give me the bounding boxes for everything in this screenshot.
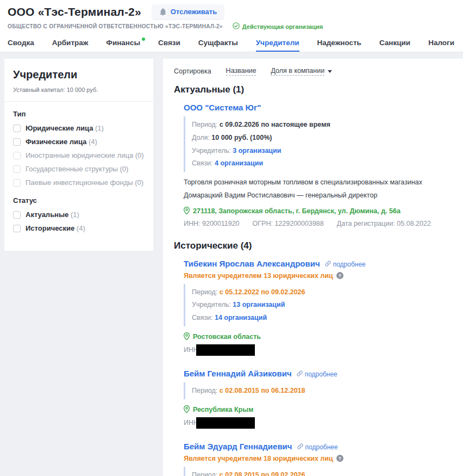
company-reg-date: Дата регистрации: 05.08.2022 bbox=[337, 220, 431, 227]
period-label: Период: bbox=[192, 121, 217, 128]
filter-label: Иностранные юридические лица bbox=[26, 151, 133, 159]
founder-name-link[interactable]: Бейм Эдуард Геннадиевич bbox=[184, 442, 292, 451]
status-badge-label: Действующая организация bbox=[242, 23, 323, 30]
filter-government-structures: Государственные структуры (0) bbox=[13, 165, 145, 173]
founder-of-link[interactable]: 13 организаций bbox=[233, 301, 285, 308]
tab-nalogi[interactable]: Налоги bbox=[428, 35, 454, 52]
founder-name-link[interactable]: Тибекин Ярослав Александрович bbox=[184, 259, 320, 268]
page-title: ООО «Тэс-Терминал-2» bbox=[8, 5, 141, 18]
founder-entry-historical-2: Бейм Геннадий Айзикович подробнее Период… bbox=[184, 369, 452, 429]
tab-uchrediteli[interactable]: Учредители bbox=[256, 35, 299, 52]
tab-finansy[interactable]: Финансы bbox=[106, 35, 140, 52]
company-address-text[interactable]: 271118, Запорожская область, г. Бердянск… bbox=[193, 207, 401, 215]
link-icon bbox=[297, 443, 303, 451]
sort-by-share-label: Доля в компании bbox=[271, 67, 324, 76]
company-inn: ИНН: 9200011920 bbox=[184, 220, 240, 227]
checkbox-icon[interactable] bbox=[13, 125, 21, 132]
founder-note-text: Является учредителем 18 юридических лиц bbox=[184, 455, 333, 462]
check-circle-icon bbox=[233, 22, 240, 30]
details-link[interactable]: подробнее bbox=[297, 370, 337, 378]
details-link[interactable]: подробнее bbox=[297, 443, 338, 451]
link-icon bbox=[325, 261, 331, 268]
period-block: Период: с 05.12.2022 по 09.02.2026 Учред… bbox=[184, 284, 452, 326]
new-indicator-dot bbox=[142, 38, 145, 41]
filter-count: (0) bbox=[135, 151, 144, 159]
filter-investment-funds: Паевые инвестиционные фонды (0) bbox=[13, 178, 145, 187]
details-link-label: подробнее bbox=[333, 261, 366, 268]
tab-suschfakty[interactable]: Сущфакты bbox=[198, 35, 238, 52]
company-director: Домарацкий Вадим Ростиславович — генерал… bbox=[184, 190, 452, 201]
connections-label: Связи: bbox=[192, 159, 212, 167]
founder-inn: ИНН bbox=[184, 417, 452, 429]
info-icon[interactable]: ? bbox=[336, 455, 343, 462]
connections-link[interactable]: 14 организаций bbox=[215, 314, 267, 322]
checkbox-icon[interactable] bbox=[13, 211, 21, 219]
sort-bar: Сортировка Название Доля в компании bbox=[174, 67, 452, 76]
filter-group-type-title: Тип bbox=[13, 110, 145, 118]
period-label: Период: bbox=[192, 288, 217, 296]
details-link[interactable]: подробнее bbox=[325, 261, 366, 268]
period-label: Период: bbox=[192, 387, 217, 394]
company-activity: Торговля розничная моторным топливом в с… bbox=[184, 177, 452, 188]
checkbox-icon bbox=[13, 165, 21, 173]
filters-sidebar: Учредители Уставный капитал: 10 000 руб.… bbox=[4, 59, 153, 251]
founder-name-link[interactable]: ООО "Система Юг" bbox=[184, 103, 261, 112]
filter-group-type: Тип Юридические лица (1) Физические лица… bbox=[13, 110, 145, 187]
founder-entry-actual: ООО "Система Юг" Период: с 09.02.2026 по… bbox=[184, 103, 452, 227]
tab-finansy-label: Финансы bbox=[106, 39, 140, 47]
period-value: с 09.02.2026 по настоящее время bbox=[220, 121, 330, 128]
filter-actual[interactable]: Актуальные (1) bbox=[13, 211, 145, 219]
location-pin-icon bbox=[184, 207, 190, 216]
founder-region: Ростовская область bbox=[184, 332, 452, 342]
tab-svodka[interactable]: Сводка bbox=[8, 35, 34, 52]
tab-svyazi[interactable]: Связи bbox=[158, 35, 180, 52]
sort-by-name[interactable]: Название bbox=[226, 67, 256, 76]
checkbox-icon[interactable] bbox=[13, 225, 21, 232]
company-ogrn: ОГРН: 1229200003988 bbox=[253, 220, 324, 227]
filter-historical[interactable]: Исторические (4) bbox=[13, 224, 145, 232]
founder-name-link[interactable]: Бейм Геннадий Айзикович bbox=[184, 369, 292, 378]
filter-foreign-legal-entities: Иностранные юридические лица (0) bbox=[13, 151, 145, 159]
founder-region: Республика Крым bbox=[184, 405, 452, 415]
filter-individuals[interactable]: Физические лица (4) bbox=[13, 138, 145, 146]
filter-count: (4) bbox=[77, 224, 85, 232]
sort-by-share[interactable]: Доля в компании bbox=[271, 67, 332, 76]
period-label: Период: bbox=[192, 471, 217, 476]
link-icon bbox=[297, 370, 303, 378]
company-address: 271118, Запорожская область, г. Бердянск… bbox=[184, 207, 452, 216]
connections-link[interactable]: 4 организации bbox=[215, 159, 263, 167]
tab-nadezhnost[interactable]: Надежность bbox=[317, 35, 361, 52]
tab-arbitrazh[interactable]: Арбитраж bbox=[52, 35, 89, 52]
filter-count: (4) bbox=[89, 138, 97, 146]
tab-sanktsii[interactable]: Санкции bbox=[379, 35, 410, 52]
company-meta: ИНН: 9200011920 ОГРН: 1229200003988 Дата… bbox=[184, 220, 452, 227]
checkbox-icon[interactable] bbox=[13, 138, 21, 146]
details-link-label: подробнее bbox=[305, 443, 338, 451]
main-nav: Сводка Арбитраж Финансы Связи Сущфакты У… bbox=[0, 35, 463, 52]
location-pin-icon bbox=[184, 405, 190, 415]
founder-entry-historical-3: Бейм Эдуард Геннадиевич подробнее Являет… bbox=[184, 442, 452, 476]
section-historical-heading: Исторические (4) bbox=[174, 240, 452, 251]
founder-region-text: Ростовская область bbox=[193, 333, 261, 341]
founder-of-link[interactable]: 3 организации bbox=[233, 147, 281, 154]
section-actual-heading: Актуальные (1) bbox=[174, 84, 452, 95]
filter-legal-entities[interactable]: Юридические лица (1) bbox=[13, 124, 145, 132]
status-badge: Действующая организация bbox=[233, 22, 323, 30]
redacted-inn-box bbox=[196, 344, 255, 356]
checkbox-icon bbox=[13, 152, 21, 159]
company-full-name: ОБЩЕСТВО С ОГРАНИЧЕННОЙ ОТВЕТСТВЕННОСТЬЮ… bbox=[8, 23, 223, 29]
filter-group-status-title: Статус bbox=[13, 196, 145, 205]
details-link-label: подробнее bbox=[305, 370, 337, 378]
filter-count: (1) bbox=[71, 211, 79, 219]
divider bbox=[4, 101, 153, 102]
period-block: Период: с 02.08.2015 по 09.02.2026 Руков… bbox=[184, 467, 452, 476]
filter-count: (0) bbox=[120, 165, 129, 173]
charter-capital: Уставный капитал: 10 000 руб. bbox=[13, 86, 145, 93]
founder-entry-historical-1: Тибекин Ярослав Александрович подробнее … bbox=[184, 259, 452, 356]
info-icon[interactable]: ? bbox=[336, 272, 343, 279]
redacted-inn-box bbox=[196, 417, 255, 429]
follow-button[interactable]: Отслеживать bbox=[152, 4, 224, 19]
chevron-down-icon bbox=[328, 70, 332, 73]
filter-count: (1) bbox=[95, 124, 104, 132]
filter-label: Исторические bbox=[26, 224, 74, 232]
